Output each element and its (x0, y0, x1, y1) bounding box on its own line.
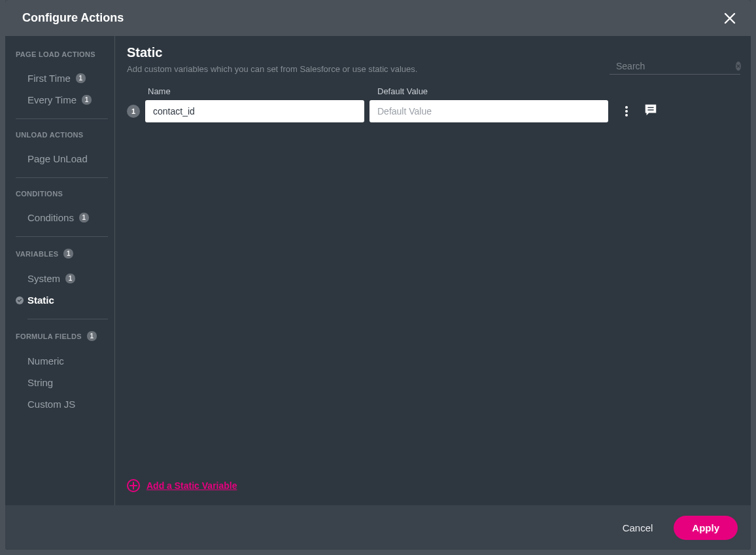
sidebar-heading-unload: UNLOAD ACTIONS (16, 131, 108, 139)
sidebar-item-conditions[interactable]: Conditions 1 (16, 207, 108, 228)
svg-point-3 (625, 110, 628, 113)
sidebar-divider (16, 236, 108, 237)
svg-point-2 (625, 106, 628, 109)
sidebar-item-label: Page UnLoad (27, 153, 88, 164)
modal-body: PAGE LOAD ACTIONS First Time 1 Every Tim… (5, 36, 751, 505)
kebab-icon (625, 106, 628, 116)
content-pane: Static Add custom variables which you ca… (115, 36, 751, 505)
sidebar-item-string[interactable]: String (16, 372, 108, 393)
sidebar-divider (16, 118, 108, 119)
row-menu-button[interactable] (621, 106, 632, 116)
add-variable-label: Add a Static Variable (146, 480, 237, 491)
count-badge: 1 (65, 274, 75, 283)
sidebar-item-label: Static (27, 295, 54, 306)
sidebar-item-label: String (27, 377, 53, 388)
sidebar-item-label: Custom JS (27, 399, 75, 410)
content-headings: Static Add custom variables which you ca… (127, 45, 417, 74)
sidebar-heading-conditions: CONDITIONS (16, 190, 108, 198)
content-title: Static (127, 45, 417, 60)
close-icon (722, 10, 738, 26)
clear-search-button[interactable] (736, 62, 741, 71)
sidebar-item-first-time[interactable]: First Time 1 (16, 67, 108, 89)
count-badge: 1 (76, 73, 86, 83)
sidebar-item-label: First Time (27, 73, 71, 84)
active-indicator-icon (16, 296, 24, 304)
sidebar-item-numeric[interactable]: Numeric (16, 350, 108, 372)
title-bar: Configure Actions (5, 0, 751, 36)
sidebar-item-label: System (27, 273, 60, 284)
sidebar-heading-formula: FORMULA FIELDS 1 (16, 331, 108, 341)
sidebar-item-page-unload[interactable]: Page UnLoad (16, 148, 108, 170)
count-badge: 1 (82, 95, 92, 105)
svg-point-4 (625, 114, 628, 116)
add-variable-link[interactable]: Add a Static Variable (127, 479, 740, 492)
sidebar-item-system[interactable]: System 1 (16, 268, 108, 289)
modal-title: Configure Actions (22, 11, 124, 25)
cancel-button[interactable]: Cancel (608, 516, 668, 540)
search-input[interactable] (616, 61, 730, 71)
x-icon (736, 63, 741, 69)
count-badge: 1 (63, 249, 73, 259)
sidebar: PAGE LOAD ACTIONS First Time 1 Every Tim… (5, 36, 115, 505)
footer: Cancel Apply (5, 505, 751, 550)
count-badge: 1 (87, 331, 97, 341)
column-headers: Name Default Value (127, 86, 740, 96)
sidebar-heading-variables: VARIABLES 1 (16, 249, 108, 259)
close-button[interactable] (721, 9, 739, 27)
sidebar-item-every-time[interactable]: Every Time 1 (16, 89, 108, 111)
sidebar-divider (16, 177, 108, 178)
plus-circle-icon (127, 479, 140, 492)
row-actions (621, 103, 658, 120)
apply-button[interactable]: Apply (674, 516, 738, 540)
sidebar-item-label: Numeric (27, 355, 64, 367)
count-badge: 1 (79, 213, 89, 223)
column-header-default-value: Default Value (377, 86, 616, 96)
comment-icon (644, 103, 658, 117)
sidebar-item-custom-js[interactable]: Custom JS (16, 393, 108, 415)
content-header: Static Add custom variables which you ca… (127, 45, 740, 75)
variable-row: 1 (127, 100, 740, 122)
row-index-badge: 1 (127, 105, 140, 118)
search-field[interactable] (610, 60, 740, 75)
sidebar-heading-page-load: PAGE LOAD ACTIONS (16, 50, 108, 58)
column-header-name: Name (148, 86, 367, 96)
content-subtitle: Add custom variables which you can set f… (127, 64, 417, 74)
sidebar-item-static[interactable]: Static (16, 289, 108, 311)
sidebar-divider (27, 319, 108, 319)
sidebar-item-label: Conditions (27, 212, 74, 223)
variable-name-input[interactable] (145, 100, 364, 122)
configure-actions-modal: Configure Actions PAGE LOAD ACTIONS Firs… (5, 0, 751, 550)
variable-value-input[interactable] (369, 100, 608, 122)
row-comment-button[interactable] (644, 103, 658, 120)
sidebar-item-label: Every Time (27, 94, 77, 105)
